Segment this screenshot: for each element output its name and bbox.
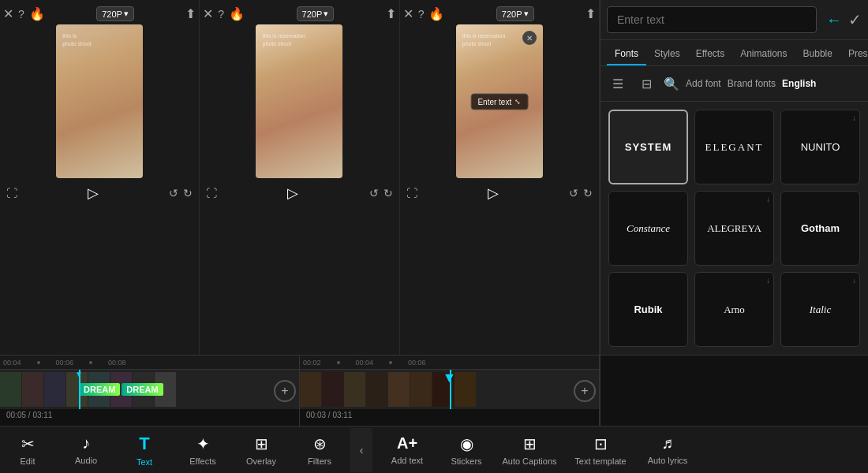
timeline-right-spacer bbox=[600, 356, 868, 426]
tab-preset[interactable]: Presc bbox=[840, 40, 868, 65]
video-preview-3: this is reservationphoto shoot ✕ Enter t… bbox=[456, 24, 543, 178]
upload-icon-1[interactable]: ⬆ bbox=[185, 6, 196, 21]
font-name-alegreya: ALEGREYA bbox=[707, 222, 761, 235]
font-card-rubik[interactable]: Rubik bbox=[608, 272, 688, 347]
time-00-06: 00:06 bbox=[56, 359, 74, 367]
undo-icon-2[interactable]: ↺ bbox=[369, 187, 379, 199]
toolbar-item-text[interactable]: T Text bbox=[117, 428, 172, 472]
remove-text-btn[interactable]: ✕ bbox=[522, 31, 537, 45]
tab-animations[interactable]: Animations bbox=[732, 40, 795, 65]
add-text-icon: A+ bbox=[397, 434, 417, 453]
fullscreen-icon-2[interactable]: ⛶ bbox=[206, 187, 217, 199]
font-name-elegant: ELEGANT bbox=[705, 141, 764, 154]
sticker-icon[interactable]: ⊟ bbox=[635, 73, 657, 95]
play-btn-1[interactable]: ▷ bbox=[88, 184, 99, 202]
resolution-badge-3[interactable]: 720P ▾ bbox=[496, 6, 534, 21]
language-selector[interactable]: English bbox=[782, 78, 816, 89]
scroll-left-arrow[interactable]: ‹ bbox=[350, 428, 372, 472]
toolbar-item-overlay[interactable]: ⊞ Overlay bbox=[234, 428, 289, 472]
timeline-ruler-1: 00:04 00:06 00:08 bbox=[0, 356, 299, 370]
help-icon-1[interactable]: ? bbox=[18, 8, 24, 20]
add-font-btn[interactable]: Add font bbox=[686, 78, 721, 89]
enter-text-overlay[interactable]: Enter text ⤡ bbox=[470, 93, 528, 110]
help-icon-3[interactable]: ? bbox=[418, 8, 425, 20]
font-card-gotham[interactable]: Gotham bbox=[780, 191, 860, 266]
template-icon: ⊡ bbox=[594, 434, 608, 453]
video-preview-1: · · · this isphoto shoot bbox=[56, 24, 143, 178]
video-text-overlay-1: this isphoto shoot bbox=[62, 32, 92, 48]
help-icon-2[interactable]: ? bbox=[218, 8, 224, 20]
text-input-area: ← ✓ bbox=[600, 0, 868, 40]
play-btn-3[interactable]: ▷ bbox=[488, 184, 499, 202]
stickers-label: Stickers bbox=[451, 456, 481, 466]
toolbar-item-audio[interactable]: ♪ Audio bbox=[58, 428, 114, 472]
add-text-label: Add text bbox=[391, 456, 423, 465]
redo-icon-2[interactable]: ↻ bbox=[383, 187, 393, 199]
confirm-btn[interactable]: ✓ bbox=[848, 10, 862, 29]
toolbar-item-effects[interactable]: ✦ Effects bbox=[175, 428, 230, 472]
toolbar-item-filters[interactable]: ⊛ Filters bbox=[292, 428, 347, 472]
close-icon-3[interactable]: ✕ bbox=[403, 6, 413, 21]
lyrics-label: Auto lyrics bbox=[648, 456, 688, 465]
font-name-arno: Arno bbox=[724, 304, 745, 316]
timeline-track-1[interactable]: DREAM DREAM bbox=[0, 370, 299, 409]
toolbar-item-edit[interactable]: ✂ Edit bbox=[0, 428, 55, 472]
font-card-nunito[interactable]: ↓ NUNITO bbox=[780, 110, 860, 184]
panel-3-controls: ⛶ ▷ ↺ ↻ bbox=[403, 184, 596, 202]
filters-icon: ⊛ bbox=[313, 434, 327, 453]
menu-icon[interactable]: ☰ bbox=[607, 73, 629, 95]
time-display-1: 00:05 / 03:11 bbox=[6, 411, 52, 419]
timeline-panel-1: 00:04 00:06 00:08 bbox=[0, 356, 300, 426]
tab-effects[interactable]: Effects bbox=[688, 40, 732, 65]
fullscreen-icon-1[interactable]: ⛶ bbox=[6, 187, 17, 199]
panel-3-top-bar: ✕ ? 🔥 720P ▾ ⬆ bbox=[403, 6, 596, 21]
close-icon-1[interactable]: ✕ bbox=[3, 6, 13, 21]
search-icon[interactable]: 🔍 bbox=[664, 76, 679, 91]
font-card-italic[interactable]: ↓ Italic bbox=[780, 272, 860, 347]
font-card-alegreya[interactable]: ↓ ALEGREYA bbox=[694, 191, 774, 266]
toolbar-item-auto-captions[interactable]: ⊞ Auto Captions bbox=[494, 428, 565, 472]
redo-icon-1[interactable]: ↻ bbox=[183, 187, 193, 199]
resize-handle-icon: ⤡ bbox=[514, 98, 521, 106]
font-name-rubik: Rubik bbox=[634, 304, 662, 315]
upload-icon-2[interactable]: ⬆ bbox=[386, 6, 396, 21]
download-icon-arno: ↓ bbox=[766, 276, 770, 285]
add-clip-btn-1[interactable]: + bbox=[274, 380, 296, 402]
overlay-label: Overlay bbox=[246, 456, 276, 466]
fullscreen-icon-3[interactable]: ⛶ bbox=[406, 187, 417, 199]
font-card-arno[interactable]: ↓ Arno bbox=[694, 272, 774, 347]
toolbar-item-text-template[interactable]: ⊡ Text template bbox=[565, 428, 636, 472]
playhead-arrow-1: ▼ bbox=[75, 370, 83, 378]
close-icon-2[interactable]: ✕ bbox=[203, 6, 213, 21]
video-text-overlay-3: this is reservationphoto shoot bbox=[462, 32, 505, 48]
font-card-constance[interactable]: Constance bbox=[608, 191, 688, 266]
video-bg-2: this is reservationphoto shoot bbox=[256, 24, 342, 178]
video-preview-2: this is reservationphoto shoot bbox=[256, 24, 342, 178]
tab-styles[interactable]: Styles bbox=[646, 40, 688, 65]
font-tools-row: ☰ ⊟ 🔍 Add font Brand fonts English bbox=[600, 66, 868, 102]
font-card-system[interactable]: SYSTEM bbox=[608, 110, 688, 184]
undo-icon-1[interactable]: ↺ bbox=[169, 187, 178, 199]
undo-icon-3[interactable]: ↺ bbox=[569, 187, 578, 199]
add-clip-btn-2[interactable]: + bbox=[574, 380, 596, 402]
redo-icon-3[interactable]: ↻ bbox=[583, 187, 593, 199]
panel-1-top-bar: ✕ ? 🔥 720P ▾ ⬆ bbox=[3, 6, 196, 21]
toolbar-item-stickers[interactable]: ◉ Stickers bbox=[439, 428, 494, 472]
lyrics-icon: ♬ bbox=[662, 434, 674, 453]
tab-fonts[interactable]: Fonts bbox=[607, 40, 646, 65]
tab-bubble[interactable]: Bubble bbox=[795, 40, 840, 65]
resolution-badge-1[interactable]: 720P ▾ bbox=[96, 6, 134, 21]
effects-label: Effects bbox=[189, 456, 215, 466]
play-btn-2[interactable]: ▷ bbox=[287, 184, 298, 202]
brand-fonts-btn[interactable]: Brand fonts bbox=[728, 78, 776, 89]
resolution-badge-2[interactable]: 720P ▾ bbox=[297, 6, 335, 21]
text-input[interactable] bbox=[607, 6, 817, 33]
upload-icon-3[interactable]: ⬆ bbox=[586, 6, 596, 21]
filters-label: Filters bbox=[308, 456, 331, 466]
toolbar-item-auto-lyrics[interactable]: ♬ Auto lyrics bbox=[636, 428, 699, 472]
font-card-elegant[interactable]: ELEGANT bbox=[694, 110, 774, 184]
toolbar-item-add-text[interactable]: A+ Add text bbox=[376, 428, 439, 472]
audio-label: Audio bbox=[75, 456, 97, 465]
font-tabs: Fonts Styles Effects Animations Bubble P… bbox=[600, 40, 868, 66]
bottom-toolbar: ✂ Edit ♪ Audio T Text ✦ Effects ⊞ Overla… bbox=[0, 426, 868, 473]
